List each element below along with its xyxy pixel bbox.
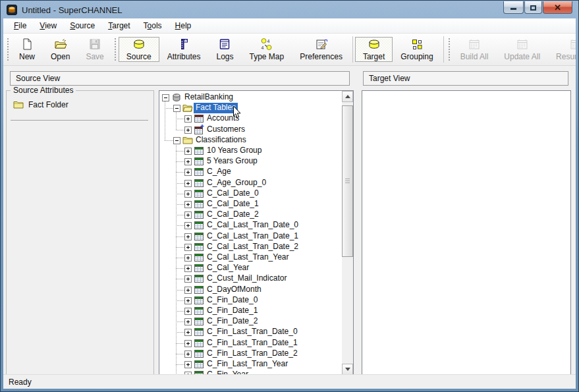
tree-item-fact-tables[interactable]: Fact Tables xyxy=(194,103,238,113)
tree-item-c-cal-year[interactable]: C_Cal_Year xyxy=(205,263,251,273)
menu-item-view[interactable]: View xyxy=(33,19,63,32)
tree-expander-plus[interactable] xyxy=(184,297,192,304)
close-button[interactable]: ✕ xyxy=(543,1,572,14)
minimize-button[interactable] xyxy=(503,1,524,14)
scroll-down-button[interactable] xyxy=(342,364,353,374)
tree-scrollbar xyxy=(342,91,353,374)
table-green-icon xyxy=(194,167,204,177)
open-folder-icon xyxy=(54,38,67,51)
toolbar-grip[interactable] xyxy=(7,38,9,61)
tree-expander-minus[interactable] xyxy=(173,137,180,144)
tree-expander-plus[interactable] xyxy=(184,265,192,272)
tree-connector xyxy=(176,354,184,354)
database-yellow-icon xyxy=(132,38,146,51)
tree-item-c-age[interactable]: C_Age xyxy=(205,167,233,177)
menu-bar: FileViewSourceTargetToolsHelp xyxy=(3,18,576,34)
expander-glyph xyxy=(188,374,188,374)
tree-expander-plus[interactable] xyxy=(184,361,192,368)
tree-item-c-cust-mail-indicator[interactable]: C_Cust_Mail_Indicator xyxy=(205,273,289,284)
tree-expander-plus[interactable] xyxy=(184,350,192,358)
tree-expander-plus[interactable] xyxy=(184,318,192,325)
toolbar-button-attributes[interactable]: Attributes xyxy=(159,37,209,62)
tree-expander-plus[interactable] xyxy=(184,275,192,283)
tree-item-retailbanking[interactable]: RetailBanking xyxy=(182,92,235,103)
tree-item-c-fin-date-1[interactable]: C_Fin_Date_1 xyxy=(205,306,260,316)
tree-expander-plus[interactable] xyxy=(184,233,192,240)
toolbar-grip[interactable] xyxy=(449,38,450,61)
tree-item-c-cal-date-0[interactable]: C_Cal_Date_0 xyxy=(205,188,261,199)
tree-expander-plus[interactable] xyxy=(184,115,192,123)
tree-item-c-dayofmonth[interactable]: C_DayOfMonth xyxy=(205,285,263,295)
tree-item-c-cal-date-2[interactable]: C_Cal_Date_2 xyxy=(205,210,261,220)
tree-expander-plus[interactable] xyxy=(184,190,192,198)
scrollbar-thumb[interactable] xyxy=(342,105,353,257)
window-controls: ✕ xyxy=(503,1,572,14)
tree-item-c-fin-last-tran-date-1[interactable]: C_Fin_Last_Tran_Date_1 xyxy=(205,338,300,349)
tree-item-c-age-group-0[interactable]: C_Age_Group_0 xyxy=(205,178,268,188)
menu-item-tools[interactable]: Tools xyxy=(137,19,169,32)
menu-item-file[interactable]: File xyxy=(7,19,33,32)
tree-expander-plus[interactable] xyxy=(184,158,192,165)
tree-expander-plus[interactable] xyxy=(184,148,192,155)
tree-expander-plus[interactable] xyxy=(184,287,192,294)
menu-item-target[interactable]: Target xyxy=(101,19,136,32)
tree-expander-plus[interactable] xyxy=(184,126,192,134)
tree-expander-plus[interactable] xyxy=(184,169,192,176)
tree-expander-plus[interactable] xyxy=(184,372,192,374)
tree-item-c-cal-last-tran-year[interactable]: C_Cal_Last_Tran_Year xyxy=(205,252,291,263)
tree-item-c-cal-last-tran-date-0[interactable]: C_Cal_Last_Tran_Date_0 xyxy=(205,220,300,231)
tree-expander-plus[interactable] xyxy=(184,329,192,336)
toolbar-button-grouping[interactable]: Grouping xyxy=(393,37,441,62)
toolbar-button-target[interactable]: Target xyxy=(355,37,393,62)
expander-glyph xyxy=(188,224,188,227)
tree-connector xyxy=(165,100,165,140)
toolbar-button-type-map[interactable]: 44Type Map xyxy=(242,37,292,62)
table-green-icon xyxy=(194,178,204,188)
tree-item-c-cal-last-tran-date-1[interactable]: C_Cal_Last_Tran_Date_1 xyxy=(205,231,300,242)
fact-folder-item[interactable]: Fact Folder xyxy=(13,99,69,110)
toolbar-button-preferences[interactable]: Preferences xyxy=(292,37,350,62)
target-view-panel[interactable] xyxy=(362,90,571,374)
table-green-icon xyxy=(194,199,204,210)
toolbar-button-logs[interactable]: Logs xyxy=(208,37,241,62)
tree-expander-plus[interactable] xyxy=(184,201,192,208)
tree-item-accounts[interactable]: Accounts xyxy=(205,113,241,124)
tree-item-c-fin-last-tran-year[interactable]: C_Fin_Last_Tran_Year xyxy=(205,359,290,370)
log-document-icon xyxy=(218,38,231,51)
toolbar-button-open[interactable]: Open xyxy=(43,37,78,62)
title-bar[interactable]: Untitled - SuperCHANNEL ✕ xyxy=(1,1,578,18)
tree-item-c-fin-date-2[interactable]: C_Fin_Date_2 xyxy=(205,316,260,327)
tree-expander-minus[interactable] xyxy=(162,94,169,101)
tree-item-c-fin-year[interactable]: C_Fin_Year xyxy=(205,370,250,374)
tree-item-c-fin-last-tran-date-2[interactable]: C_Fin_Last_Tran_Date_2 xyxy=(205,349,300,359)
tree-expander-plus[interactable] xyxy=(184,244,192,251)
tree-expander-plus[interactable] xyxy=(184,340,192,347)
tree-expander-plus[interactable] xyxy=(184,254,192,262)
toolbar-grip[interactable] xyxy=(115,38,116,61)
tree-connector xyxy=(176,151,184,152)
scroll-up-button[interactable] xyxy=(342,91,353,102)
expander-glyph xyxy=(188,331,188,334)
expander-glyph xyxy=(188,277,188,281)
toolbar-button-resume-all: Resume All xyxy=(548,37,576,62)
tree-item-10-years-group[interactable]: 10 Years Group xyxy=(205,146,263,156)
tree-item-c-fin-date-0[interactable]: C_Fin_Date_0 xyxy=(205,295,260,306)
expander-glyph xyxy=(188,320,188,323)
tree-item-c-cal-date-1[interactable]: C_Cal_Date_1 xyxy=(205,199,261,210)
toolbar-button-new[interactable]: New xyxy=(11,37,43,62)
toolbar-button-source[interactable]: Source xyxy=(119,37,159,62)
menu-item-help[interactable]: Help xyxy=(169,19,198,32)
tree-item-customers[interactable]: Customers xyxy=(205,125,247,135)
tree-item-c-fin-last-tran-date-0[interactable]: C_Fin_Last_Tran_Date_0 xyxy=(205,327,300,337)
tree-expander-minus[interactable] xyxy=(173,105,180,112)
tree-item-5-years-group[interactable]: 5 Years Group xyxy=(205,156,260,167)
menu-item-source[interactable]: Source xyxy=(63,19,101,32)
tree-expander-plus[interactable] xyxy=(184,222,192,229)
svg-text:4: 4 xyxy=(267,39,269,43)
tree-expander-plus[interactable] xyxy=(184,180,192,187)
tree-expander-plus[interactable] xyxy=(184,308,192,315)
tree-item-classifications[interactable]: Classifications xyxy=(194,135,248,146)
tree-item-c-cal-last-tran-date-2[interactable]: C_Cal_Last_Tran_Date_2 xyxy=(205,242,300,252)
tree-expander-plus[interactable] xyxy=(184,211,192,219)
maximize-button[interactable] xyxy=(524,1,542,14)
